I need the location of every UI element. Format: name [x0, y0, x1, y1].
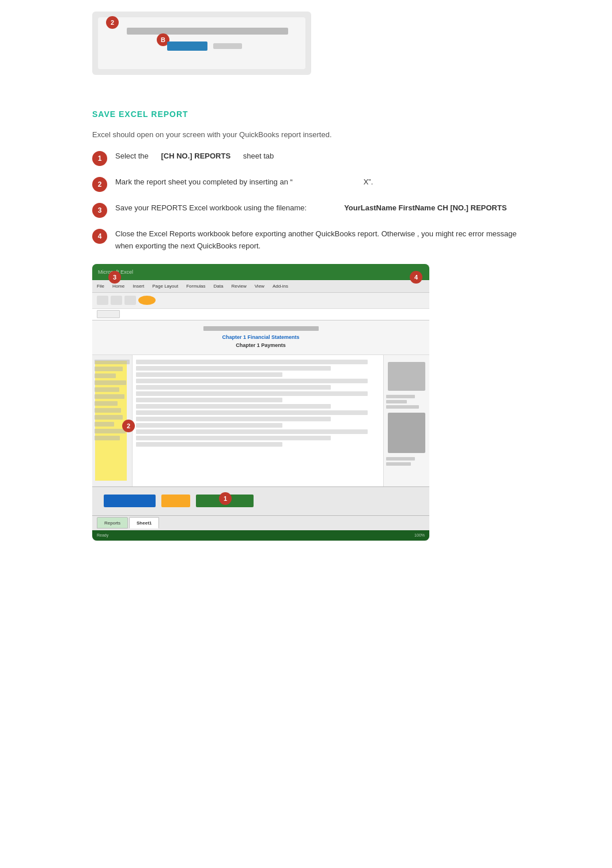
- right-row: [386, 405, 419, 409]
- step-1-badge: 1: [92, 151, 107, 166]
- menu-data[interactable]: Data: [214, 284, 224, 289]
- step-2-badge: 2: [92, 177, 107, 192]
- right-block-2: [388, 413, 425, 453]
- excel-right-column: [383, 355, 429, 486]
- excel-data-rows: [133, 355, 383, 451]
- cell-reference[interactable]: [97, 310, 120, 318]
- right-row: [386, 400, 407, 403]
- yellow-btn-bar: [161, 495, 190, 507]
- menu-formulas[interactable]: Formulas: [186, 284, 205, 289]
- menu-home[interactable]: Home: [112, 284, 124, 289]
- right-row: [386, 462, 411, 466]
- blue-button-bar[interactable]: [104, 495, 156, 507]
- step-1-text: Select the [CH NO.] REPORTS sheet tab: [115, 150, 274, 163]
- excel-bottom-section: [92, 486, 429, 515]
- data-row: [136, 391, 368, 396]
- menu-insert[interactable]: Insert: [133, 284, 144, 289]
- excel-sheet-tabs: Reports Sheet1: [92, 515, 429, 530]
- toolbar-btn-1[interactable]: [97, 296, 108, 305]
- toolbar-btn-3[interactable]: [124, 296, 136, 305]
- excel-sheet-header: Chapter 1 Financial Statements Chapter 1…: [92, 320, 429, 355]
- badge-2-top: 2: [106, 16, 119, 29]
- excel-data-area: [92, 355, 429, 486]
- data-row: [136, 410, 368, 415]
- step-1-row: 1 Select the [CH NO.] REPORTS sheet tab: [92, 150, 520, 166]
- data-row: [136, 385, 331, 390]
- data-row: [136, 366, 331, 371]
- intro-text: Excel should open on your screen with yo…: [92, 130, 520, 139]
- step-3-row: 3 Save your REPORTS Excel workbook using…: [92, 202, 520, 218]
- status-bar-right: 100%: [414, 533, 425, 537]
- toolbar-btn-2[interactable]: [111, 296, 122, 305]
- excel-main-column: [133, 355, 383, 486]
- data-row: [136, 398, 282, 402]
- top-screenshot: 2 B: [92, 12, 311, 75]
- step-2-row: 2 Mark the report sheet you completed by…: [92, 176, 520, 192]
- right-row: [386, 395, 415, 398]
- sheet-tab-sheet1[interactable]: Sheet1: [129, 517, 159, 529]
- step-4-row: 4 Close the Excel Reports workbook befor…: [92, 228, 520, 252]
- menu-addins[interactable]: Add-ins: [273, 284, 288, 289]
- section-heading: SAVE EXCEL REPORT: [92, 110, 520, 119]
- screenshot-badge-2: 2: [122, 420, 135, 432]
- main-screenshot: 3 4 2 1 Microsoft Excel File Home Insert…: [92, 264, 429, 541]
- excel-window: Microsoft Excel File Home Insert Page La…: [92, 264, 429, 541]
- data-row: [136, 417, 331, 421]
- excel-status-bar: Ready 100%: [92, 530, 429, 541]
- excel-titlebar: Microsoft Excel: [92, 264, 429, 280]
- step-4-text: Close the Excel Reports workbook before …: [115, 228, 520, 252]
- excel-menubar: File Home Insert Page Layout Formulas Da…: [92, 280, 429, 293]
- menu-review[interactable]: Review: [231, 284, 246, 289]
- right-block-1: [388, 362, 425, 391]
- menu-file[interactable]: File: [97, 284, 104, 289]
- screenshot-badge-1: 1: [219, 492, 232, 505]
- screenshot-badge-4: 4: [410, 271, 422, 284]
- toolbar-btn-4[interactable]: [138, 296, 156, 305]
- data-row: [136, 379, 368, 383]
- right-data-rows: [384, 355, 429, 470]
- status-bar-left: Ready: [97, 533, 108, 537]
- data-row: [136, 372, 282, 377]
- data-row: [136, 442, 282, 447]
- data-row: [136, 429, 368, 434]
- data-row: [136, 360, 368, 364]
- menu-view[interactable]: View: [255, 284, 265, 289]
- sheet-tab-reports[interactable]: Reports: [97, 517, 128, 529]
- data-row: [136, 436, 331, 440]
- right-row: [386, 457, 415, 461]
- step-3-badge: 3: [92, 203, 107, 218]
- sheet-title-blue: Chapter 1 Financial Statements: [222, 334, 299, 340]
- menu-page-layout[interactable]: Page Layout: [152, 284, 178, 289]
- data-row: [136, 404, 331, 409]
- data-row: [136, 423, 282, 428]
- step-4-badge: 4: [92, 229, 107, 244]
- steps-container: 1 Select the [CH NO.] REPORTS sheet tab …: [92, 150, 520, 252]
- excel-toolbar: [92, 293, 429, 309]
- excel-formula-bar: [92, 309, 429, 320]
- step-3-text: Save your REPORTS Excel workbook using t…: [115, 202, 507, 214]
- sheet-title-dark: Chapter 1 Payments: [236, 342, 286, 348]
- screenshot-badge-3: 3: [108, 271, 121, 284]
- step-2-text: Mark the report sheet you completed by i…: [115, 176, 373, 188]
